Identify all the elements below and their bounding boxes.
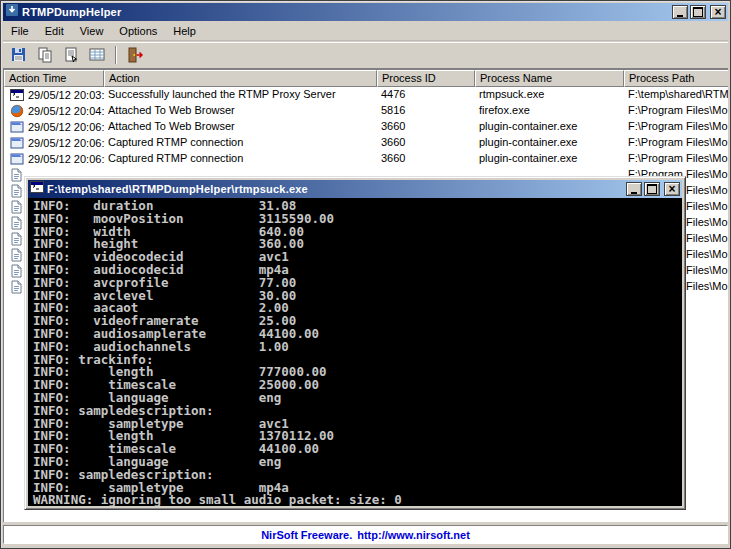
cmd-icon bbox=[30, 180, 44, 198]
minimize-button[interactable] bbox=[672, 5, 688, 19]
cell-time: 29/05/12 20:06:14 bbox=[4, 119, 104, 135]
report-button[interactable] bbox=[85, 44, 109, 66]
cell-pid: 3660 bbox=[377, 151, 475, 167]
console-output: INFO: duration 31.08 INFO: moovPosition … bbox=[28, 198, 682, 506]
toolbar-separator bbox=[115, 46, 117, 64]
column-header-process-path[interactable]: Process Path bbox=[624, 70, 728, 87]
action-time-text: 29/05/12 20:03:50 bbox=[28, 88, 104, 103]
page-icon bbox=[10, 200, 23, 214]
exit-button[interactable] bbox=[123, 44, 147, 66]
action-time-text: 29/05/12 20:06:14 bbox=[28, 120, 104, 135]
action-time-text: 29/05/12 20:06:27 bbox=[28, 136, 104, 151]
page-icon bbox=[10, 232, 23, 246]
save-icon bbox=[11, 47, 27, 63]
page-icon bbox=[10, 264, 23, 278]
cell-name: plugin-container.exe bbox=[475, 151, 624, 167]
maximize-button[interactable] bbox=[690, 5, 706, 19]
window-icon bbox=[10, 152, 24, 166]
cell-action: Captured RTMP connection bbox=[104, 151, 377, 167]
status-bar: NirSoft Freeware. http://www.nirsoft.net bbox=[3, 525, 728, 544]
save-button[interactable] bbox=[7, 44, 31, 66]
table-row[interactable]: 29/05/12 20:06:14Attached To Web Browser… bbox=[4, 119, 728, 135]
copy-button[interactable] bbox=[33, 44, 57, 66]
cell-pid: 3660 bbox=[377, 119, 475, 135]
cell-action: Attached To Web Browser bbox=[104, 119, 377, 135]
console-client: INFO: duration 31.08 INFO: moovPosition … bbox=[28, 198, 682, 506]
cell-path: F:\Program Files\Mo bbox=[624, 119, 728, 135]
page-icon bbox=[10, 184, 23, 198]
main-titlebar: RTMPDumpHelper bbox=[3, 3, 728, 21]
cell-action: Attached To Web Browser bbox=[104, 103, 377, 119]
report-icon bbox=[89, 47, 105, 63]
window-controls bbox=[672, 5, 726, 19]
table-row[interactable]: 29/05/12 20:03:50Successfully launched t… bbox=[4, 87, 728, 103]
console-icon bbox=[10, 88, 24, 102]
cell-pid: 5816 bbox=[377, 103, 475, 119]
cell-time: 29/05/12 20:03:50 bbox=[4, 87, 104, 103]
console-minimize-button[interactable] bbox=[626, 182, 642, 196]
copy-icon bbox=[37, 47, 53, 63]
cell-time: 29/05/12 20:06:27 bbox=[4, 151, 104, 167]
cell-pid: 4476 bbox=[377, 87, 475, 103]
column-header-process-name[interactable]: Process Name bbox=[475, 70, 624, 87]
toolbar bbox=[3, 42, 728, 69]
cell-path: F:\temp\shared\RTM bbox=[624, 87, 728, 103]
table-row[interactable]: 29/05/12 20:06:27Captured RTMP connectio… bbox=[4, 135, 728, 151]
properties-icon bbox=[63, 47, 79, 63]
cell-name: plugin-container.exe bbox=[475, 119, 624, 135]
cell-name: rtmpsuck.exe bbox=[475, 87, 624, 103]
console-maximize-button[interactable] bbox=[644, 182, 660, 196]
page-icon bbox=[10, 168, 23, 182]
menu-item-view[interactable]: View bbox=[72, 22, 112, 40]
page-icon bbox=[10, 216, 23, 230]
cell-name: plugin-container.exe bbox=[475, 135, 624, 151]
cell-action: Captured RTMP connection bbox=[104, 135, 377, 151]
menu-item-edit[interactable]: Edit bbox=[37, 22, 72, 40]
table-row[interactable]: 29/05/12 20:04:15Attached To Web Browser… bbox=[4, 103, 728, 119]
menu-item-file[interactable]: File bbox=[3, 22, 37, 40]
exit-icon bbox=[127, 47, 143, 63]
table-row[interactable]: 29/05/12 20:06:27Captured RTMP connectio… bbox=[4, 151, 728, 167]
cell-time: 29/05/12 20:04:15 bbox=[4, 103, 104, 119]
menu-item-help[interactable]: Help bbox=[165, 22, 204, 40]
cell-path: F:\Program Files\Mo bbox=[624, 135, 728, 151]
menu-bar: FileEditViewOptionsHelp bbox=[3, 21, 728, 41]
window-icon bbox=[10, 136, 24, 150]
cell-time: 29/05/12 20:06:27 bbox=[4, 135, 104, 151]
column-header-action-time[interactable]: Action Time bbox=[4, 70, 104, 87]
console-window: F:\temp\shared\RTMPDumpHelper\rtmpsuck.e… bbox=[24, 176, 686, 510]
cell-action: Successfully launched the RTMP Proxy Ser… bbox=[104, 87, 377, 103]
page-icon bbox=[10, 280, 23, 294]
app-icon bbox=[5, 3, 19, 21]
action-time-text: 29/05/12 20:06:27 bbox=[28, 152, 104, 167]
console-title: F:\temp\shared\RTMPDumpHelper\rtmpsuck.e… bbox=[47, 183, 623, 195]
window-icon bbox=[10, 120, 24, 134]
firefox-icon bbox=[10, 104, 24, 118]
close-button[interactable] bbox=[710, 5, 726, 19]
console-titlebar: F:\temp\shared\RTMPDumpHelper\rtmpsuck.e… bbox=[28, 180, 682, 198]
window-title: RTMPDumpHelper bbox=[22, 6, 669, 18]
cell-pid: 3660 bbox=[377, 135, 475, 151]
list-header: Action TimeActionProcess IDProcess NameP… bbox=[4, 70, 728, 87]
column-header-action[interactable]: Action bbox=[104, 70, 377, 87]
action-time-text: 29/05/12 20:04:15 bbox=[28, 104, 104, 119]
status-link[interactable]: http://www.nirsoft.net bbox=[357, 529, 470, 541]
cell-path: F:\Program Files\Mo bbox=[624, 151, 728, 167]
properties-button[interactable] bbox=[59, 44, 83, 66]
menu-item-options[interactable]: Options bbox=[111, 22, 165, 40]
status-text: NirSoft Freeware. bbox=[261, 529, 352, 541]
page-icon bbox=[10, 248, 23, 262]
console-window-controls bbox=[626, 182, 680, 196]
console-close-button[interactable] bbox=[664, 182, 680, 196]
column-header-process-id[interactable]: Process ID bbox=[377, 70, 475, 87]
cell-path: F:\Program Files\Mo bbox=[624, 103, 728, 119]
cell-name: firefox.exe bbox=[475, 103, 624, 119]
